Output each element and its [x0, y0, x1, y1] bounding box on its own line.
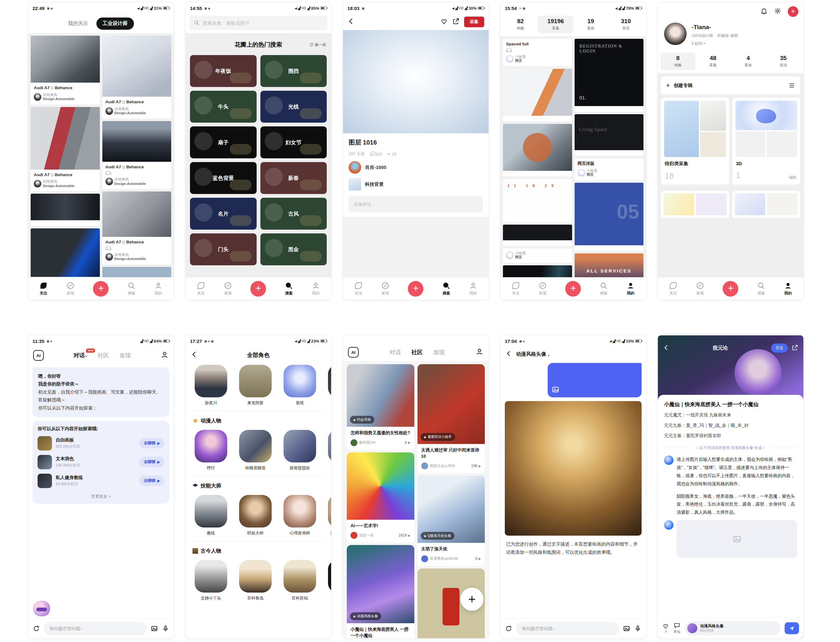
back-button[interactable] — [506, 350, 512, 358]
nav-mine[interactable]: 我的 — [469, 282, 477, 296]
author-name[interactable]: 肖肖-1005 — [365, 165, 386, 170]
nav-search[interactable]: 搜索 — [127, 282, 136, 296]
create-pin-button[interactable]: + — [723, 281, 738, 297]
comment-box[interactable] — [349, 196, 483, 212]
role-item[interactable]: 百科苏轼 — [281, 560, 318, 601]
hot-search-tag[interactable]: 光线 — [260, 91, 327, 123]
settings-button[interactable] — [774, 7, 782, 16]
hot-search-tag[interactable]: 蓝色背景 — [190, 162, 257, 194]
pin-card[interactable]: SEASON PREMIERE — [503, 265, 572, 277]
microphone-icon[interactable] — [634, 625, 642, 632]
role-item[interactable]: 麦克阿瑟 — [237, 365, 274, 406]
avatar[interactable] — [34, 180, 41, 187]
create-album-card[interactable]: + 创建专辑 — [661, 76, 800, 94]
pin-user[interactable]: 沐雨乘风 — [115, 107, 146, 111]
post-image[interactable]: ◆Q版洛天依头像 — [417, 475, 485, 543]
role-avatar[interactable] — [239, 365, 272, 397]
create-post-button[interactable]: + — [461, 588, 483, 611]
share-button[interactable] — [791, 344, 798, 352]
send-button[interactable] — [785, 622, 799, 634]
pin-card[interactable]: 05 — [575, 183, 644, 251]
pin-board[interactable]: Design-Automobile — [115, 111, 146, 115]
post-author[interactable]: 叙利亚FM — [359, 440, 403, 445]
avatar[interactable] — [105, 253, 113, 261]
stat-pins[interactable]: 19196采集 — [538, 16, 573, 33]
suggestion-item[interactable]: 文本润色146.4W次对话 去聊聊▶ — [37, 455, 164, 469]
ai-app-logo[interactable]: AI — [33, 350, 44, 361]
post-image[interactable]: ◆看图写诗小助手 — [417, 364, 485, 444]
create-pin-button[interactable]: + — [565, 281, 581, 297]
hot-search-tag[interactable]: 扇子 — [190, 126, 257, 158]
role-item[interactable]: 哈睡觉睡觉 — [237, 430, 274, 471]
post-card[interactable]: ◆看图写诗小助手 太诱人难过审 只好中间来首诗 10 风雨之后云开时 156▶ — [417, 364, 485, 473]
microphone-icon[interactable] — [162, 625, 169, 632]
hot-search-tag[interactable]: 围挡 — [260, 55, 327, 87]
post-author[interactable]: 百度网友a249c68 — [430, 556, 474, 561]
role-avatar[interactable] — [284, 560, 316, 593]
nav-follow[interactable]: 关注 — [197, 282, 205, 296]
back-button[interactable] — [347, 18, 355, 26]
nav-mine[interactable]: 我的 — [626, 282, 635, 296]
pin-image[interactable] — [31, 229, 100, 277]
nav-search[interactable]: 搜索 — [285, 282, 293, 296]
nav-follow[interactable]: 关注 — [39, 282, 47, 296]
role-avatar[interactable] — [328, 495, 331, 527]
tab-community[interactable]: 社区 — [412, 349, 423, 356]
avatar[interactable] — [349, 161, 361, 173]
pin-card[interactable]: Audi A7 :: Behance ♥ 沐雨乘风Design-Automobi… — [31, 36, 100, 104]
share-button[interactable] — [452, 18, 460, 26]
suggestion-item[interactable]: 私人健身教练24.9W次对话 去聊聊▶ — [37, 474, 164, 488]
pin-image[interactable] — [102, 36, 172, 97]
pin-image[interactable] — [503, 69, 572, 116]
refresh-batch-button[interactable]: 换一批 — [309, 42, 326, 47]
role-item[interactable]: 心理咨询师 — [281, 495, 318, 536]
suggestion-item[interactable]: 自由画板500.9W次对话 去聊聊▶ — [37, 436, 164, 451]
post-card[interactable]: ◆动漫风格头像 小魔仙｜快来海底捞美人 一捞一个小魔仙 统元论 66▶ — [347, 545, 414, 638]
hot-search-tag[interactable]: 古风 — [260, 198, 327, 230]
pin-card[interactable] — [503, 69, 572, 122]
tab-chat[interactable]: 对话 — [390, 349, 401, 356]
role-avatar[interactable] — [195, 560, 227, 593]
pin-user[interactable]: 沐雨乘风 — [115, 253, 146, 257]
role-avatar[interactable] — [239, 430, 272, 462]
ai-tool-badge[interactable]: 动漫风格头像 — [357, 614, 378, 619]
role-avatar[interactable] — [284, 495, 316, 527]
avatar[interactable] — [105, 107, 113, 115]
post-card[interactable]: ◆Q版洛天依头像 太萌了洛天依 百度网友a249c68 9▶ — [417, 475, 485, 566]
pin-image[interactable] — [31, 107, 100, 170]
avatar[interactable] — [664, 23, 687, 45]
avatar[interactable] — [350, 439, 357, 446]
nav-search[interactable]: 搜索 — [442, 282, 450, 296]
new-chat-refresh-icon[interactable] — [32, 625, 40, 632]
pin-card[interactable]: 小牧童网页 — [503, 248, 572, 263]
follow-button[interactable]: 关注 — [771, 344, 788, 353]
ai-tool-badge[interactable]: 约会导师 — [357, 417, 371, 422]
pin-image[interactable] — [31, 194, 100, 220]
message-input[interactable] — [522, 626, 613, 631]
nav-discover[interactable]: 发现 — [696, 282, 704, 296]
pin-image[interactable]: SEASON PREMIERE — [503, 265, 572, 277]
nav-discover[interactable]: 发现 — [224, 282, 232, 296]
create-pin-button[interactable]: + — [250, 281, 266, 297]
collect-button[interactable]: 采集 — [464, 16, 484, 27]
nav-search[interactable]: 搜索 — [600, 282, 608, 296]
post-card[interactable]: ◆约会导师 怎样和强势又孤傲的女性相处? 叙利亚FM 4▶ — [347, 364, 414, 450]
pin-author-row[interactable]: 肖肖-1005 — [349, 161, 483, 173]
role-item[interactable]: 斑斑驳驳你 — [281, 430, 318, 471]
stat-likes[interactable]: 4喜欢 — [731, 53, 766, 70]
pin-hero-image[interactable] — [343, 30, 488, 133]
pin-card[interactable]: Audi A7 :: Behance ♥ 1 沐雨乘风Design-Automo… — [102, 121, 172, 189]
board-thumbnail[interactable] — [349, 178, 361, 191]
pin-image[interactable] — [102, 121, 172, 162]
new-chat-refresh-icon[interactable] — [505, 625, 512, 632]
tab-discover[interactable]: 发现 — [433, 349, 445, 356]
stat-boards[interactable]: 8画板 — [660, 53, 696, 70]
pin-image[interactable] — [503, 225, 572, 240]
post-author[interactable]: 风雨之后云开时 — [430, 464, 469, 469]
see-more-link[interactable]: 查看更多 > — [37, 493, 164, 500]
nav-discover[interactable]: 发现 — [538, 282, 547, 296]
profile-button[interactable] — [475, 348, 483, 357]
search-input[interactable] — [203, 20, 323, 26]
followers-link[interactable]: 0 粉丝 > — [692, 41, 738, 46]
pin-image[interactable]: ALL SERVICES — [575, 253, 644, 277]
